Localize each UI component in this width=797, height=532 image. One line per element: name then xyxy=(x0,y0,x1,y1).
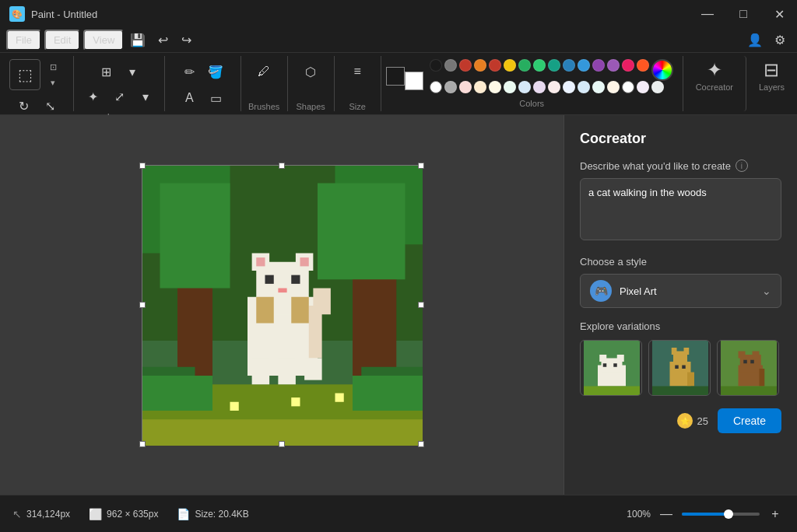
color-swatch[interactable] xyxy=(563,59,575,72)
style-dropdown[interactable]: 🎮 Pixel Art ⌄ xyxy=(580,274,781,308)
color-swatch[interactable] xyxy=(489,59,501,72)
color-swatch[interactable] xyxy=(622,59,634,72)
color-swatch[interactable] xyxy=(548,59,560,72)
size-main-button[interactable]: ≡ xyxy=(345,59,370,84)
color-swatch[interactable] xyxy=(459,59,472,72)
handle-top-right[interactable] xyxy=(418,163,424,169)
color-swatch[interactable] xyxy=(518,81,531,93)
settings-icon[interactable]: ⚙ xyxy=(769,30,791,51)
image-adjust-button[interactable]: ⤢ xyxy=(107,84,132,109)
text-button[interactable]: A xyxy=(177,86,202,110)
magic-select-button[interactable]: ✦ xyxy=(80,84,105,109)
handle-top-middle[interactable] xyxy=(279,163,285,169)
menu-file[interactable]: File xyxy=(6,30,41,51)
size-icons: ≡ xyxy=(345,56,370,87)
svg-rect-21 xyxy=(291,275,300,284)
app-title: Paint - Untitled xyxy=(31,9,97,20)
titlebar: 🎨 Paint - Untitled — □ ✕ xyxy=(0,0,797,28)
minimize-button[interactable]: — xyxy=(690,0,725,28)
crop-image-button[interactable]: ⊞ xyxy=(93,59,118,84)
color-swatch[interactable] xyxy=(651,81,664,93)
selection-tools: ⬚ ⊡ ▾ xyxy=(9,59,64,90)
credits-count: 25 xyxy=(697,415,708,427)
color-swatch[interactable] xyxy=(533,59,546,72)
describe-label: Describe what you'd like to create i xyxy=(580,159,781,172)
color-swatch[interactable] xyxy=(430,81,442,93)
svg-rect-28 xyxy=(256,297,274,324)
color-swatch[interactable] xyxy=(578,59,590,72)
undo-button[interactable]: ↩ xyxy=(152,30,174,51)
color-swatch[interactable] xyxy=(489,81,501,93)
foreground-color-box[interactable] xyxy=(386,67,405,86)
fill-button[interactable]: 🪣 xyxy=(203,59,228,84)
handle-middle-left[interactable] xyxy=(139,302,146,308)
menu-view[interactable]: View xyxy=(83,30,124,51)
canvas-container[interactable] xyxy=(142,165,422,445)
color-swatch[interactable] xyxy=(563,81,575,93)
info-icon[interactable]: i xyxy=(736,159,748,172)
handle-bottom-middle[interactable] xyxy=(279,441,285,447)
color-swatch[interactable] xyxy=(533,81,546,93)
dimensions-icon: ⬜ xyxy=(89,508,102,520)
color-swatch[interactable] xyxy=(474,81,486,93)
svg-rect-18 xyxy=(256,257,265,266)
color-swatch[interactable] xyxy=(592,81,605,93)
color-swatch[interactable] xyxy=(444,81,457,93)
color-swatch[interactable] xyxy=(518,59,531,72)
selection-main-button[interactable]: ⬚ xyxy=(9,59,40,90)
color-swatch[interactable] xyxy=(504,81,516,93)
maximize-button[interactable]: □ xyxy=(725,0,761,28)
svg-rect-38 xyxy=(617,355,624,362)
image-dropdown2[interactable]: ▾ xyxy=(133,84,158,109)
color-swatch[interactable] xyxy=(637,59,649,72)
zoom-in-button[interactable]: + xyxy=(766,505,785,523)
background-color-box[interactable] xyxy=(405,72,423,90)
color-swatch[interactable] xyxy=(607,59,620,72)
color-swatch[interactable] xyxy=(622,81,634,93)
cocreator-panel-title: Cocreator xyxy=(580,131,781,147)
color-swatch[interactable] xyxy=(607,81,620,93)
eraser-button[interactable]: ▭ xyxy=(203,86,228,110)
redo-button[interactable]: ↪ xyxy=(175,30,197,51)
brush-main-button[interactable]: 🖊 xyxy=(251,59,276,84)
variation-thumb-2[interactable] xyxy=(648,340,711,396)
pencil-button[interactable]: ✏ xyxy=(177,59,202,84)
layers-toolbar-button[interactable]: ⊟ Layers xyxy=(746,56,797,111)
prompt-input[interactable]: a cat walking in the woods xyxy=(580,178,781,240)
style-value: Pixel Art xyxy=(620,285,754,297)
save-icon[interactable]: 💾 xyxy=(127,30,149,51)
menu-edit[interactable]: Edit xyxy=(44,30,80,51)
svg-rect-7 xyxy=(318,184,406,280)
image-top-row: ⊞ ▾ xyxy=(93,59,145,84)
shapes-main-button[interactable]: ⬡ xyxy=(298,59,323,84)
variation-thumb-3[interactable] xyxy=(717,340,779,396)
svg-rect-24 xyxy=(313,289,331,315)
handle-bottom-left[interactable] xyxy=(139,441,146,447)
color-swatch[interactable] xyxy=(637,81,649,93)
handle-top-left[interactable] xyxy=(139,163,146,169)
crop-button[interactable]: ⊡ xyxy=(42,60,64,74)
zoom-slider[interactable] xyxy=(682,513,760,516)
selection-dropdown[interactable]: ▾ xyxy=(42,75,64,89)
color-swatch[interactable] xyxy=(578,81,590,93)
color-swatch[interactable] xyxy=(504,59,516,72)
variation-thumb-1[interactable] xyxy=(580,340,642,396)
zoom-out-button[interactable]: — xyxy=(657,505,676,523)
close-button[interactable]: ✕ xyxy=(761,0,797,28)
svg-rect-27 xyxy=(304,359,322,380)
color-swatch[interactable] xyxy=(430,59,442,72)
account-icon[interactable]: 👤 xyxy=(744,30,766,51)
handle-middle-right[interactable] xyxy=(418,302,424,308)
color-swatches xyxy=(430,59,673,93)
cocreator-toolbar-button[interactable]: ✦ Cocreator xyxy=(683,56,746,111)
color-swatch[interactable] xyxy=(548,81,560,93)
active-colors[interactable] xyxy=(391,62,423,90)
color-picker-button[interactable] xyxy=(651,59,673,81)
color-swatch[interactable] xyxy=(474,59,486,72)
color-swatch[interactable] xyxy=(592,59,605,72)
color-swatch[interactable] xyxy=(444,59,457,72)
color-swatch[interactable] xyxy=(459,81,472,93)
image-dropdown[interactable]: ▾ xyxy=(120,59,145,84)
handle-bottom-right[interactable] xyxy=(418,441,424,447)
create-button[interactable]: Create xyxy=(718,408,781,433)
